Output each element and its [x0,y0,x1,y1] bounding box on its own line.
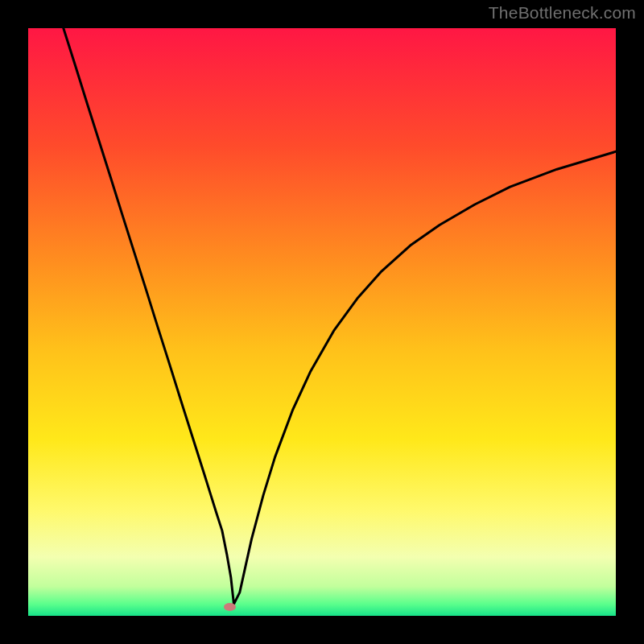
plot-area [28,28,616,616]
watermark-text: TheBottleneck.com [489,3,636,23]
bottleneck-curve [28,28,616,616]
chart-frame: TheBottleneck.com [0,0,644,644]
minimum-marker [224,603,236,611]
